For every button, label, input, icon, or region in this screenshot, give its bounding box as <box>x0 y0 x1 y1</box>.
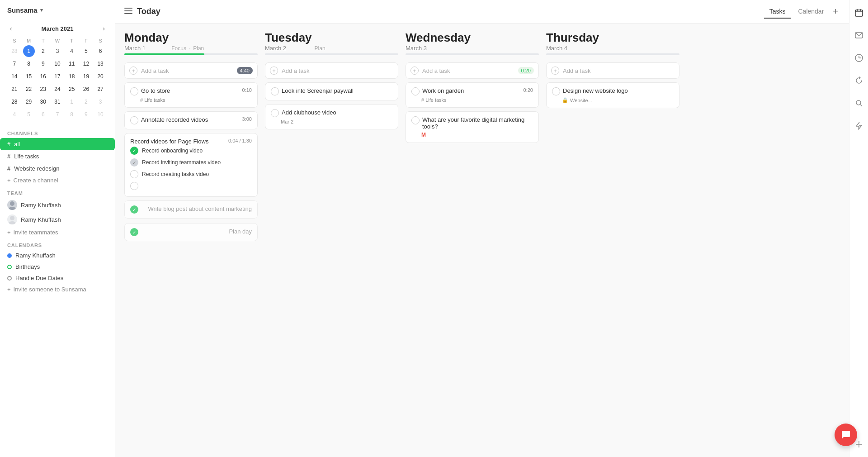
cal-day[interactable]: 20 <box>94 71 106 82</box>
create-channel-button[interactable]: + Create a channel <box>0 175 115 186</box>
cal-day[interactable]: 27 <box>94 83 106 95</box>
cal-day[interactable]: 2 <box>80 96 92 108</box>
task-check-garden[interactable] <box>411 87 420 95</box>
add-task-wednesday[interactable]: + Add a task 0:20 <box>406 62 539 79</box>
collapse-sidebar-button[interactable] <box>124 8 132 16</box>
right-icon-refresh[interactable] <box>852 73 866 88</box>
cal-day[interactable]: 8 <box>23 58 35 70</box>
task-check-screenjar[interactable] <box>271 87 279 95</box>
cal-day[interactable]: 16 <box>37 71 49 82</box>
right-icon-search[interactable] <box>852 96 866 110</box>
subtask-check-inviting[interactable]: ✓ <box>130 158 138 167</box>
cal-day[interactable]: 7 <box>9 58 20 70</box>
add-task-thursday[interactable]: + Add a task <box>546 62 679 79</box>
cal-day[interactable]: 9 <box>80 109 92 120</box>
cal-day[interactable]: 6 <box>94 45 106 57</box>
calendar-ramy[interactable]: Ramy Khuffash <box>0 250 115 261</box>
cal-day[interactable]: 19 <box>80 71 92 82</box>
task-check-annotate[interactable] <box>130 116 138 124</box>
task-check-clubhouse[interactable] <box>271 109 279 117</box>
tab-calendar-button[interactable]: Calendar <box>793 5 829 19</box>
right-icon-bolt[interactable] <box>852 119 866 133</box>
tab-tasks-button[interactable]: Tasks <box>764 5 791 19</box>
cal-day[interactable]: 7 <box>52 109 63 120</box>
cal-day-today[interactable]: 1 <box>23 45 35 57</box>
task-annotate-videos[interactable]: Annotate recorded videos 3:00 <box>124 111 258 129</box>
calendar-birthdays[interactable]: Birthdays <box>0 261 115 272</box>
col-day-tuesday: Tuesday March 2 <box>265 31 312 52</box>
cal-day[interactable]: 29 <box>23 96 35 108</box>
add-task-monday[interactable]: + Add a task 4:40 <box>124 62 258 79</box>
cal-day[interactable]: 24 <box>52 83 63 95</box>
right-icon-calendar[interactable] <box>852 5 866 20</box>
task-screenjar[interactable]: Look into Screenjar paywall <box>265 82 398 100</box>
add-task-tuesday[interactable]: + Add a task <box>265 62 398 79</box>
task-check-go-to-store[interactable] <box>130 87 138 95</box>
tuesday-date-label: March 2 <box>265 45 312 52</box>
cal-day[interactable]: 26 <box>80 83 92 95</box>
cal-day[interactable]: 9 <box>37 58 49 70</box>
cal-day[interactable]: 21 <box>9 83 20 95</box>
app-header[interactable]: Sunsama ▾ <box>0 0 115 20</box>
cal-day[interactable]: 4 <box>66 45 78 57</box>
cal-day[interactable]: 8 <box>66 109 78 120</box>
subtask-check-onboarding[interactable]: ✓ <box>130 147 138 155</box>
cal-day[interactable]: 5 <box>23 109 35 120</box>
cal-day[interactable]: 31 <box>52 96 63 108</box>
task-record-videos[interactable]: Record videos for Page Flows 0:04 / 1:30… <box>124 133 258 197</box>
cal-day[interactable]: 2 <box>37 45 49 57</box>
cal-day[interactable]: 15 <box>23 71 35 82</box>
task-go-to-store[interactable]: Go to store 0:10 # Life tasks <box>124 82 258 108</box>
cal-day[interactable]: 4 <box>9 109 20 120</box>
invite-someone-button[interactable]: + Invite someone to Sunsama <box>0 284 115 295</box>
chat-fab-button[interactable] <box>835 424 857 446</box>
task-check-blog[interactable]: ✓ <box>130 205 138 214</box>
add-view-button[interactable]: + <box>831 6 840 17</box>
cal-day[interactable]: 18 <box>66 71 78 82</box>
cal-day[interactable]: 3 <box>94 96 106 108</box>
cal-day[interactable]: 28 <box>9 96 20 108</box>
task-website-logo[interactable]: Design new website logo 🔒 Website... <box>546 82 679 108</box>
cal-day[interactable]: 3 <box>52 45 63 57</box>
cal-day[interactable]: 10 <box>94 109 106 120</box>
cal-day[interactable]: 11 <box>66 58 78 70</box>
cal-day[interactable]: 14 <box>9 71 20 82</box>
sidebar-item-life-tasks[interactable]: # Life tasks <box>0 150 115 162</box>
invite-teammates-button[interactable]: + Invite teammates <box>0 227 115 238</box>
sidebar-item-all[interactable]: # all <box>0 138 115 150</box>
cal-day[interactable]: 28 <box>9 45 20 57</box>
subtask-header: Record videos for Page Flows 0:04 / 1:30 <box>130 138 252 145</box>
cal-day[interactable]: 23 <box>37 83 49 95</box>
cal-prev-button[interactable]: ‹ <box>7 24 15 33</box>
task-check-plan-day[interactable]: ✓ <box>130 228 138 236</box>
task-check-logo[interactable] <box>552 87 560 95</box>
cal-day[interactable]: 6 <box>37 109 49 120</box>
cal-day[interactable]: 1 <box>66 96 78 108</box>
cal-day[interactable]: 5 <box>80 45 92 57</box>
cal-day[interactable]: 17 <box>52 71 63 82</box>
right-icon-mail[interactable] <box>852 28 866 43</box>
svg-rect-5 <box>124 10 132 11</box>
task-title-clubhouse: Add clubhouse video <box>282 109 392 116</box>
subtask-check-tasks[interactable] <box>130 170 138 178</box>
cal-day[interactable]: 13 <box>94 58 106 70</box>
calendar-handle-due[interactable]: Handle Due Dates <box>0 272 115 284</box>
cal-day[interactable]: 30 <box>37 96 49 108</box>
cal-day[interactable]: 25 <box>66 83 78 95</box>
team-member-2[interactable]: Ramy Khuffash <box>0 212 115 227</box>
cal-day[interactable]: 12 <box>80 58 92 70</box>
cal-day[interactable]: 22 <box>23 83 35 95</box>
task-write-blog[interactable]: ✓ Write blog post about content marketin… <box>124 200 258 219</box>
cal-next-button[interactable]: › <box>100 24 108 33</box>
team-member-1[interactable]: Ramy Khuffash <box>0 198 115 212</box>
sidebar-item-website-redesign[interactable]: # Website redesign <box>0 162 115 175</box>
task-marketing-tools[interactable]: What are your favorite digital marketing… <box>406 111 539 143</box>
cal-day[interactable]: 10 <box>52 58 63 70</box>
subtask-add-button[interactable] <box>130 182 138 190</box>
add-task-label-thursday: Add a task <box>563 67 675 74</box>
right-icon-clock[interactable] <box>852 51 866 65</box>
task-clubhouse-video[interactable]: Add clubhouse video Mar 2 <box>265 104 398 129</box>
task-work-garden[interactable]: Work on garden 0:20 # Life tasks <box>406 82 539 108</box>
task-check-marketing[interactable] <box>411 116 420 124</box>
task-plan-day[interactable]: ✓ Plan day <box>124 223 258 241</box>
